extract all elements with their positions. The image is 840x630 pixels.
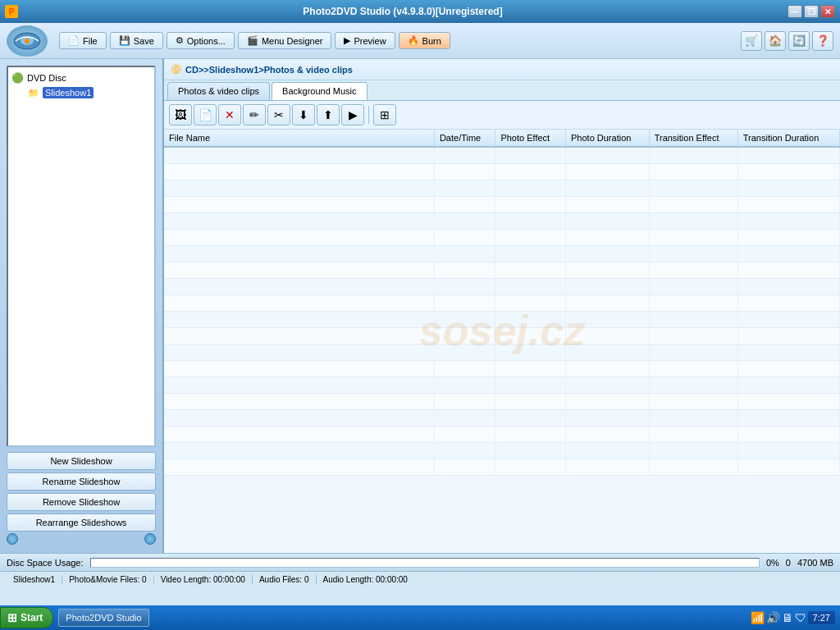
tab-photos-label: Photos & video clips: [178, 86, 259, 96]
disc-usage-label: Disc Space Usage:: [7, 558, 84, 568]
add-photo-button[interactable]: 🖼: [169, 104, 192, 126]
remove-slideshow-button[interactable]: Remove Slideshow: [7, 493, 156, 511]
col-filename: File Name: [164, 130, 434, 147]
table-row: [164, 147, 840, 163]
add-file-icon: 📄: [199, 108, 212, 121]
start-button[interactable]: ⊞ Start: [0, 607, 53, 628]
table-row: [164, 459, 840, 475]
options-icon: ⚙: [176, 35, 184, 46]
table-row: [164, 212, 840, 229]
window-controls: — ❐ ✕: [788, 5, 835, 18]
file-button[interactable]: 📄 File: [59, 32, 107, 49]
save-button[interactable]: 💾 Save: [110, 32, 163, 49]
rename-slideshow-button[interactable]: Rename Slideshow: [7, 472, 156, 491]
refresh-icon-button[interactable]: 🔄: [788, 31, 810, 51]
burn-label: Burn: [422, 36, 441, 46]
main-table: File Name Date/Time Photo Effect Photo D…: [164, 130, 840, 476]
content-area: 🟢 DVD Disc 📁 Slideshow1 New Slideshow Re…: [0, 59, 840, 553]
cart-icon-button[interactable]: 🛒: [741, 31, 762, 51]
windows-logo: ⊞: [7, 611, 17, 624]
usage-used: 0: [786, 558, 791, 568]
menu-designer-button[interactable]: 🎬 Menu Designer: [238, 32, 332, 49]
table-row: [164, 245, 840, 262]
cut-button[interactable]: ✂: [267, 104, 290, 126]
breadcrumb-text: CD>>Slideshow1>Photos & video clips: [185, 65, 353, 75]
edit-button[interactable]: ✏: [243, 104, 266, 126]
taskbar-tray: 📶 🔊 🖥 🛡 7:27: [746, 611, 840, 624]
action-toolbar: 🖼 📄 ✕ ✏ ✂ ⬇ ⬆: [164, 101, 840, 130]
toolbar-separator: [368, 106, 369, 124]
top-toolbar: 📄 File 💾 Save ⚙ Options... 🎬 Menu Design…: [0, 23, 840, 59]
tree-item-slideshow[interactable]: 📁 Slideshow1: [28, 85, 151, 100]
move-down-icon: ⬇: [299, 108, 308, 121]
table-row: [164, 442, 840, 459]
add-file-button[interactable]: 📄: [194, 104, 217, 126]
save-label: Save: [134, 36, 154, 46]
new-slideshow-button[interactable]: New Slideshow: [7, 452, 156, 470]
tab-background-music[interactable]: Background Music: [272, 82, 368, 100]
tray-icon-display[interactable]: 🖥: [782, 611, 793, 624]
col-transition-duration: Transition Duration: [737, 130, 839, 147]
table-row: [164, 377, 840, 393]
close-button[interactable]: ✕: [820, 5, 835, 18]
tab-photos[interactable]: Photos & video clips: [167, 82, 270, 100]
file-table: File Name Date/Time Photo Effect Photo D…: [164, 130, 840, 553]
grid-view-button[interactable]: ⊞: [373, 104, 396, 126]
preview-label: Preview: [354, 36, 386, 46]
table-row: [164, 344, 840, 360]
deco-circle-left: [7, 533, 18, 545]
delete-button[interactable]: ✕: [218, 104, 241, 126]
cut-icon: ✂: [274, 108, 284, 121]
help-icon-button[interactable]: ❓: [812, 31, 833, 51]
taskbar-app-item[interactable]: Photo2DVD Studio: [58, 609, 148, 627]
move-up-icon: ⬆: [323, 108, 333, 121]
table-row: [164, 311, 840, 327]
main-window: 📄 File 💾 Save ⚙ Options... 🎬 Menu Design…: [0, 23, 840, 587]
window-title: Photo2DVD Studio (v4.9.8.0)[Unregistered…: [18, 6, 788, 17]
tray-icon-network[interactable]: 📶: [751, 611, 765, 624]
move-down-button[interactable]: ⬇: [292, 104, 315, 126]
app-icon: P: [5, 5, 18, 18]
file-label: File: [83, 36, 98, 46]
preview-icon: ▶: [344, 35, 350, 46]
menu-designer-icon: 🎬: [247, 35, 258, 46]
tree-item-dvd[interactable]: 🟢 DVD Disc: [11, 71, 151, 85]
system-clock: 7:27: [808, 611, 835, 624]
table-row: [164, 393, 840, 409]
restore-button[interactable]: ❐: [804, 5, 819, 18]
usage-percent: 0%: [766, 558, 779, 568]
breadcrumb-bar: 📀 CD>>Slideshow1>Photos & video clips: [164, 59, 840, 80]
table-row: [164, 360, 840, 377]
rearrange-slideshows-button[interactable]: Rearrange Slideshows: [7, 514, 156, 532]
deco-circle-right: [144, 533, 156, 545]
app-logo: [7, 25, 48, 57]
table-body: [164, 147, 840, 475]
breadcrumb-icon: 📀: [171, 64, 182, 75]
col-photo-duration: Photo Duration: [566, 130, 650, 147]
dvd-disc-label: DVD Disc: [27, 73, 66, 83]
burn-button[interactable]: 🔥 Burn: [399, 32, 450, 49]
status-audio-length: Audio Length: 00:00:00: [317, 575, 414, 584]
home-icon-button[interactable]: 🏠: [765, 31, 786, 51]
delete-icon: ✕: [225, 108, 235, 121]
play-button[interactable]: ▶: [341, 104, 364, 126]
options-label: Options...: [187, 36, 226, 46]
minimize-button[interactable]: —: [788, 5, 802, 18]
move-up-button[interactable]: ⬆: [317, 104, 340, 126]
titlebar: P Photo2DVD Studio (v4.9.8.0)[Unregister…: [0, 0, 840, 23]
status-audio-files: Audio Files: 0: [253, 575, 317, 584]
preview-button[interactable]: ▶ Preview: [335, 32, 395, 49]
table-row: [164, 229, 840, 245]
bottom-status: Slideshow1 Photo&Movie Files: 0 Video Le…: [0, 571, 840, 587]
toolbar-left: 📄 File 💾 Save ⚙ Options... 🎬 Menu Design…: [7, 25, 450, 57]
table-row: [164, 196, 840, 212]
edit-icon: ✏: [249, 108, 259, 121]
tray-icon-volume[interactable]: 🔊: [766, 611, 780, 624]
table-row: [164, 278, 840, 294]
options-button[interactable]: ⚙ Options...: [167, 32, 235, 49]
tray-icon-security[interactable]: 🛡: [795, 611, 806, 624]
table-row: [164, 409, 840, 426]
taskbar: ⊞ Start Photo2DVD Studio 📶 🔊 🖥 🛡 7:27: [0, 605, 840, 630]
table-row: [164, 294, 840, 311]
table-row: [164, 426, 840, 442]
